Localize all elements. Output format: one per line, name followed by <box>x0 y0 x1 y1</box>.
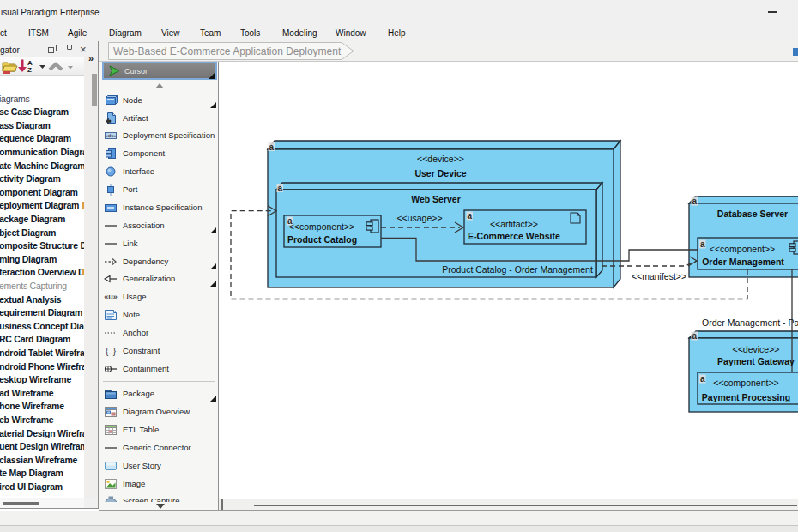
svg-text:<<usage>>: <<usage>> <box>396 213 442 223</box>
svg-text:Order Management: Order Management <box>702 257 784 267</box>
svg-text:Database Server: Database Server <box>717 209 788 219</box>
svg-text:Payment Processing: Payment Processing <box>702 392 790 402</box>
svg-text:<<component>>: <<component>> <box>713 378 778 388</box>
svg-text:Z: Z <box>27 66 32 74</box>
svg-text:<<device>>: <<device>> <box>733 344 780 354</box>
svg-text:a: a <box>692 331 697 341</box>
svg-text:a: a <box>269 142 274 152</box>
svg-text:<<manifest>>: <<manifest>> <box>632 271 686 281</box>
svg-text:a: a <box>700 239 705 249</box>
svg-text:{..}: {..} <box>106 347 117 356</box>
svg-text:E-Commerce Website: E-Commerce Website <box>468 231 560 241</box>
svg-text:«u»: «u» <box>104 293 118 301</box>
svg-text:<<artifact>>: <<artifact>> <box>490 219 538 229</box>
svg-text:<<device>>: <<device>> <box>417 154 464 164</box>
svg-text:Web Server: Web Server <box>411 194 461 204</box>
svg-text:Product Catalog: Product Catalog <box>287 234 357 245</box>
svg-text:User Device: User Device <box>414 168 466 178</box>
svg-text:a: a <box>277 184 282 193</box>
svg-text:Order Management - Payment Pro: Order Management - Payment Processing <box>702 317 798 328</box>
svg-text:Product Catalog - Order Manage: Product Catalog - Order Management <box>442 264 593 275</box>
svg-text:a: a <box>700 374 705 384</box>
svg-text:<<component>>: <<component>> <box>710 244 775 254</box>
svg-text:<<component>>: <<component>> <box>289 221 354 232</box>
svg-text:a: a <box>467 211 472 221</box>
svg-text:a: a <box>692 196 697 206</box>
svg-text:«ds»: «ds» <box>105 133 117 138</box>
svg-text:Payment Gateway: Payment Gateway <box>717 356 795 366</box>
